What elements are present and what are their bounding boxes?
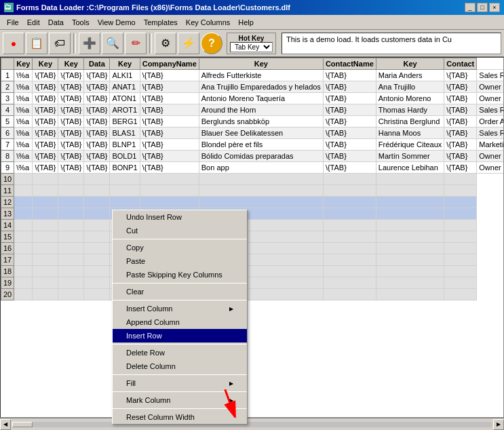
cell[interactable] [444, 231, 477, 243]
cell[interactable]: \{TAB} [444, 104, 477, 116]
cell[interactable]: Bon app [199, 162, 323, 174]
cell[interactable]: Ana Trujillo [376, 81, 444, 93]
cell[interactable] [444, 266, 477, 277]
cell[interactable] [323, 220, 376, 231]
cell[interactable]: \{TAB} [84, 151, 110, 162]
cell[interactable] [14, 220, 33, 231]
help-button[interactable]: ? [201, 33, 222, 54]
cell[interactable]: Marketing Ma [477, 139, 504, 151]
cell[interactable]: \{TAB} [323, 128, 376, 139]
cell[interactable]: \{TAB} [323, 81, 376, 93]
cell[interactable]: Berglunds snabbköp [199, 116, 323, 128]
cell[interactable] [14, 185, 33, 197]
cell[interactable]: Hanna Moos [376, 128, 444, 139]
cell[interactable]: Owner [477, 151, 504, 162]
table-row[interactable]: 10 [1, 174, 505, 185]
table-row[interactable]: 13 [1, 208, 505, 220]
menu-data[interactable]: Data [44, 17, 68, 28]
cell[interactable] [444, 174, 477, 185]
cell[interactable] [58, 289, 84, 300]
cell[interactable] [84, 197, 110, 208]
edit-button[interactable]: ✏ [125, 33, 147, 54]
cell[interactable] [58, 220, 84, 231]
table-row[interactable]: 1\%a\{TAB}\{TAB}\{TAB}ALKI1\{TAB}Alfreds… [1, 70, 505, 81]
table-row[interactable]: 3\%a\{TAB}\{TAB}\{TAB}ATON1\{TAB}Antonio… [1, 93, 505, 104]
cell[interactable] [33, 197, 58, 208]
settings-button[interactable]: ⚙ [155, 33, 176, 54]
cell[interactable]: Order Admini [477, 116, 504, 128]
cell[interactable] [140, 185, 199, 197]
table-row[interactable]: 5\%a\{TAB}\{TAB}\{TAB}BERG1\{TAB}Berglun… [1, 116, 505, 128]
cell[interactable] [58, 208, 84, 220]
cell[interactable]: \{TAB} [444, 81, 477, 93]
cell[interactable]: \{TAB} [140, 93, 199, 104]
cell[interactable]: \%a [14, 104, 33, 116]
cell[interactable]: Alfreds Futterkiste [199, 70, 323, 81]
menu-tools[interactable]: Tools [68, 17, 94, 28]
cell[interactable]: \%a [14, 116, 33, 128]
table-row[interactable]: 19 [1, 277, 505, 289]
cell[interactable] [84, 254, 110, 266]
cell[interactable] [14, 197, 33, 208]
cell[interactable] [84, 289, 110, 300]
scroll-left-button[interactable]: ◀ [0, 419, 11, 430]
cell[interactable]: Ana Trujillo Emparedados y helados [199, 81, 323, 93]
cell[interactable]: Sales Repres [477, 70, 504, 81]
cell[interactable]: Blondel père et fils [199, 139, 323, 151]
cell[interactable] [110, 185, 140, 197]
cell[interactable] [33, 277, 58, 289]
cell[interactable] [84, 243, 110, 254]
menu-help[interactable]: Help [234, 17, 258, 28]
cell[interactable]: \{TAB} [84, 128, 110, 139]
close-button[interactable]: × [489, 3, 500, 12]
scroll-thumb[interactable] [12, 422, 33, 427]
cell[interactable]: BERG1 [110, 116, 140, 128]
cell[interactable]: Antonio Moreno Taquería [199, 93, 323, 104]
cell[interactable]: \{TAB} [444, 128, 477, 139]
cell[interactable] [58, 254, 84, 266]
cell[interactable] [110, 197, 140, 208]
cell[interactable] [323, 266, 376, 277]
ctx-cut[interactable]: Cut [113, 224, 247, 237]
cell[interactable]: Frédérique Citeaux [376, 139, 444, 151]
cell[interactable]: \{TAB} [58, 128, 84, 139]
cell[interactable]: \{TAB} [33, 162, 58, 174]
table-row[interactable]: 9\%a\{TAB}\{TAB}\{TAB}BONP1\{TAB}Bon app… [1, 162, 505, 174]
cell[interactable] [58, 197, 84, 208]
table-row[interactable]: 4\%a\{TAB}\{TAB}\{TAB}AROT1\{TAB}Around … [1, 104, 505, 116]
cell[interactable]: Christina Berglund [376, 116, 444, 128]
menu-file[interactable]: File [3, 17, 23, 28]
ctx-delete-column[interactable]: Delete Column [113, 359, 247, 373]
horizontal-scrollbar[interactable]: ◀ ▶ [0, 418, 504, 430]
cell[interactable]: AROT1 [110, 104, 140, 116]
menu-view-demo[interactable]: View Demo [94, 17, 140, 28]
cell[interactable]: Thomas Hardy [376, 104, 444, 116]
ctx-insert-column[interactable]: Insert Column ▶ [113, 302, 247, 315]
ctx-paste-skip[interactable]: Paste Skipping Key Columns [113, 268, 247, 281]
cell[interactable]: \{TAB} [58, 162, 84, 174]
cell[interactable]: \{TAB} [58, 81, 84, 93]
table-row[interactable]: 12 [1, 197, 505, 208]
cell[interactable] [376, 254, 444, 266]
cell[interactable] [376, 243, 444, 254]
cell[interactable]: \%a [14, 81, 33, 93]
cell[interactable] [444, 197, 477, 208]
cell[interactable]: \{TAB} [33, 128, 58, 139]
table-row[interactable]: 15 [1, 231, 505, 243]
cell[interactable] [376, 277, 444, 289]
cell[interactable]: \{TAB} [58, 151, 84, 162]
tag-button[interactable]: 🏷 [49, 33, 71, 54]
minimize-button[interactable]: _ [465, 3, 476, 12]
cell[interactable]: \{TAB} [33, 70, 58, 81]
cell[interactable] [33, 208, 58, 220]
cell[interactable]: Owner [477, 93, 504, 104]
ctx-insert-row[interactable]: Insert Row [113, 329, 247, 343]
cell[interactable]: \{TAB} [33, 151, 58, 162]
ctx-delete-row[interactable]: Delete Row [113, 346, 247, 359]
cell[interactable] [33, 266, 58, 277]
cell[interactable]: Maria Anders [376, 70, 444, 81]
cell[interactable] [376, 197, 444, 208]
cell[interactable] [33, 289, 58, 300]
cell[interactable] [84, 266, 110, 277]
table-row[interactable]: 18 [1, 266, 505, 277]
